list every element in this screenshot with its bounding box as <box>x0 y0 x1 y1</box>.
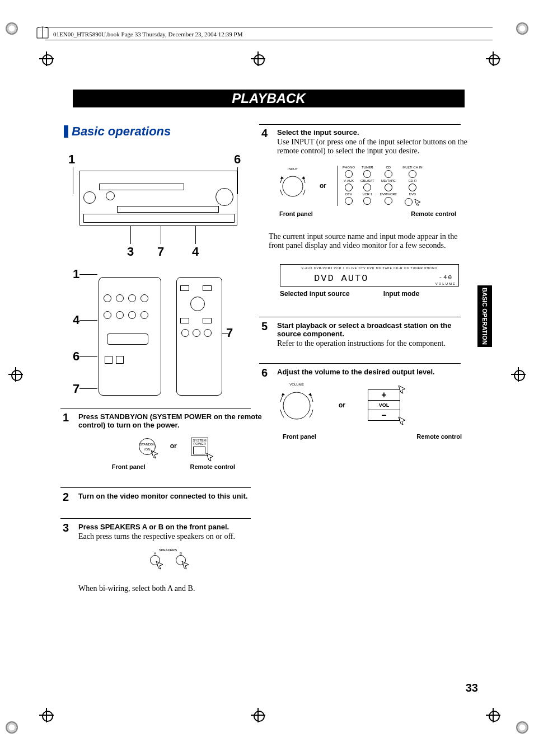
step-heading: Press SPEAKERS A or B on the front panel… <box>78 523 263 531</box>
svg-marker-2 <box>302 176 305 179</box>
display-panel-figure: V-AUX DVR/VCR2 VCR 1 DLIVE DTV DVD MD/TA… <box>280 264 459 298</box>
callout-r6: 6 <box>73 349 79 364</box>
remote-input-grid: PHONOTUNERCDMULTI CH INV-AUXCBL/SATMD/TA… <box>338 166 423 206</box>
registration-mark <box>511 367 526 382</box>
remote-figure-right <box>176 277 222 396</box>
registration-mark <box>39 51 54 66</box>
pointer-icon <box>397 384 407 395</box>
step-6: 6 Adjust the volume to the desired outpu… <box>277 368 467 376</box>
input-mode-label: Input mode <box>383 290 420 298</box>
svg-marker-1 <box>280 176 284 179</box>
manual-page: 01EN00_HTR5890U.book Page 33 Thursday, D… <box>0 0 534 756</box>
crop-mark <box>516 721 528 734</box>
volume-knob-icon <box>277 386 316 425</box>
step-heading: Press STANDBY/ON (SYSTEM POWER on the re… <box>78 412 263 429</box>
step-2: 2 Turn on the video monitor connected to… <box>78 492 263 500</box>
step-heading: Adjust the volume to the desired output … <box>277 368 467 376</box>
crop-mark <box>6 721 18 734</box>
callout-6: 6 <box>234 152 241 167</box>
page-title-bar: PLAYBACK <box>73 90 465 107</box>
input-knob-icon <box>277 171 308 202</box>
svg-point-0 <box>283 176 303 196</box>
rc-input-v-aux: V-AUX <box>343 179 355 191</box>
speakers-diagram: SPEAKERS A B <box>134 548 202 565</box>
callout-7: 7 <box>157 245 164 259</box>
svg-point-3 <box>283 392 310 419</box>
book-icon <box>36 26 50 40</box>
header-meta: 01EN00_HTR5890U.book Page 33 Thursday, D… <box>53 31 243 37</box>
step-heading: Start playback or select a broadcast sta… <box>277 321 467 338</box>
step1-diagram: STANDBY /ON or SYSTEM POWER Front panel … <box>90 438 257 470</box>
pointer-icon <box>205 452 216 462</box>
display-source: DVD <box>314 273 335 284</box>
pointer-icon <box>150 449 160 459</box>
section-heading: Basic operations <box>72 124 171 139</box>
step6-diagram: VOLUME or + VOL – Fr <box>277 383 467 440</box>
rc-input-cbl-sat: CBL/SAT <box>360 179 374 191</box>
step-number: 2 <box>63 491 69 504</box>
registration-mark <box>251 51 265 66</box>
rc-input-dvd: DVD <box>402 192 423 206</box>
front-panel-caption: Front panel <box>283 433 316 440</box>
rc-input-cd-r: CD-R <box>402 179 423 191</box>
rc-input-cd: CD <box>380 166 397 178</box>
registration-mark <box>8 367 23 382</box>
side-tab-text: BASIC OPERATION <box>481 288 488 345</box>
or-label: or <box>170 442 177 450</box>
front-panel-figure <box>79 171 237 226</box>
step-body: Each press turns the respective speakers… <box>78 532 263 541</box>
front-panel-caption: Front panel <box>279 210 313 217</box>
callout-r1: 1 <box>73 267 79 281</box>
registration-mark <box>486 51 500 66</box>
callout-r4: 4 <box>73 313 79 327</box>
pointer-icon <box>181 560 191 570</box>
rc-input-vcr-1: VCR 1 <box>360 192 374 206</box>
step-number: 5 <box>261 320 268 333</box>
pointer-icon <box>397 416 407 426</box>
svg-marker-5 <box>308 393 312 396</box>
rc-input-dtv: DTV <box>343 192 355 206</box>
remote-control-caption: Remote control <box>190 463 235 470</box>
display-mode: AUTO <box>341 273 369 284</box>
step-number: 3 <box>63 522 69 534</box>
rc-input-md-tape: MD/TAPE <box>380 179 397 191</box>
callout-r7: 7 <box>73 382 79 396</box>
callout-4: 4 <box>192 245 199 259</box>
step-body: Use INPUT (or press one of the input sel… <box>277 138 467 156</box>
selected-source-label: Selected input source <box>280 290 350 298</box>
speakers-b-button <box>176 555 186 565</box>
registration-mark <box>486 708 500 722</box>
rc-input-multi-ch-in: MULTI CH IN <box>402 166 423 178</box>
speakers-a-button <box>150 555 160 565</box>
system-power-button <box>193 447 205 454</box>
rc-input-dvr-vcr2: DVR/VCR2 <box>380 192 397 206</box>
step-number: 6 <box>261 367 268 379</box>
crop-mark <box>6 22 18 35</box>
page-number: 33 <box>466 682 478 694</box>
registration-mark <box>251 708 265 722</box>
pointer-icon <box>155 560 165 570</box>
step4-diagram: INPUT or PHONOTUNERCDMULTI CH INV-AUXCBL… <box>277 166 467 217</box>
registration-mark <box>39 708 54 722</box>
step-body: Refer to the operation instructions for … <box>277 339 467 348</box>
side-tab: BASIC OPERATION <box>477 285 492 347</box>
remote-control-caption: Remote control <box>416 433 462 440</box>
step-number: 1 <box>63 411 69 424</box>
remote-control-caption: Remote control <box>411 210 456 217</box>
callout-1: 1 <box>68 152 75 167</box>
callout-3: 3 <box>127 245 134 259</box>
step-4: 4 Select the input source. Use INPUT (or… <box>277 128 467 156</box>
rc-input-tuner: TUNER <box>360 166 374 178</box>
svg-marker-4 <box>282 393 285 396</box>
step-1: 1 Press STANDBY/ON (SYSTEM POWER on the … <box>78 412 263 429</box>
step-number: 4 <box>261 127 268 140</box>
step-3: 3 Press SPEAKERS A or B on the front pan… <box>78 523 263 541</box>
remote-figure-left <box>99 277 161 396</box>
step-3-body2: When bi-wiring, select both A and B. <box>78 584 246 593</box>
step-heading: Select the input source. <box>277 128 467 137</box>
step-5: 5 Start playback or select a broadcast s… <box>277 321 467 348</box>
rc-input-phono: PHONO <box>343 166 355 178</box>
front-panel-caption: Front panel <box>112 463 146 470</box>
step-4-body2: The current input source name and input … <box>269 232 465 250</box>
crop-mark <box>516 22 528 35</box>
